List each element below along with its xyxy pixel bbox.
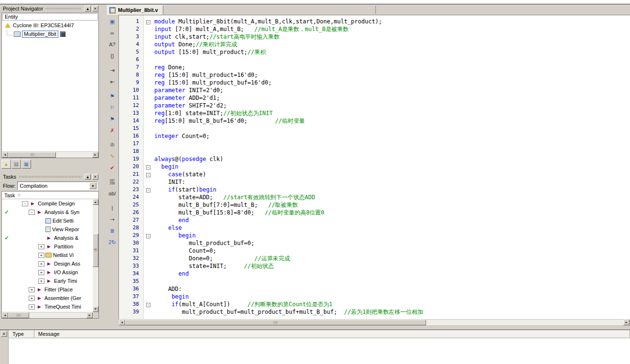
design-row[interactable]: Multiplier_8bit <box>2 30 98 38</box>
hierarchy-tab[interactable]: ▲ <box>1 160 11 169</box>
fold-marker[interactable]: - <box>144 18 154 25</box>
analyze-file-icon[interactable]: ✔ <box>107 162 118 173</box>
expand-icon[interactable]: + <box>29 304 35 310</box>
type-column-header[interactable]: Type <box>9 330 34 338</box>
code-line[interactable]: 19always@(posedge clk) <box>119 155 630 163</box>
task-row[interactable]: +▶Fitter (Place <box>2 285 93 294</box>
collapse-icon[interactable]: - <box>22 201 28 206</box>
entity-column-header[interactable]: Entity <box>2 13 98 21</box>
increase-indent-icon[interactable]: ⇥ <box>107 65 118 75</box>
fold-marker[interactable]: - <box>144 163 154 171</box>
decrease-indent-icon[interactable]: ⇤ <box>107 76 118 87</box>
tab-arrow-icon[interactable]: ⇢ <box>107 214 118 225</box>
code-line[interactable]: 31 Count=0; <box>119 247 630 255</box>
code-line[interactable]: 4output Done;//乘积计算完成 <box>119 41 630 48</box>
scroll-left-button[interactable]: ◄ <box>2 152 8 158</box>
scroll-down-button[interactable]: ▼ <box>93 306 98 312</box>
device-row[interactable]: Cyclone III: EP3C5E144I7 <box>2 21 98 30</box>
chevron-down-icon[interactable]: ▼ <box>89 182 96 189</box>
code-line[interactable]: 8reg [15:0] mult_product=16'd0; <box>119 71 630 79</box>
code-line[interactable]: 33 state=INIT; //初始状态 <box>119 262 630 270</box>
messages-body[interactable] <box>9 338 630 364</box>
close-button[interactable]: × <box>1 331 7 337</box>
new-window-icon[interactable]: ▣ <box>107 16 118 27</box>
scroll-track[interactable] <box>93 205 98 306</box>
code-line[interactable]: 32 Done=0; //运算未完成 <box>119 255 630 262</box>
task-row[interactable]: +▶TimeQuest Timi <box>2 302 93 311</box>
revision-icon[interactable]: 2↻ <box>107 237 118 247</box>
task-row[interactable]: +▶Early Timi <box>2 277 93 285</box>
code-line[interactable]: 24 state=ADD; //start有效跳转到下一个状态ADD <box>119 193 630 201</box>
flow-dropdown[interactable]: Compilation ▼ <box>17 182 97 190</box>
replace-icon[interactable]: A? <box>107 39 118 50</box>
code-line[interactable]: 28 else <box>119 224 630 232</box>
task-row[interactable]: ✓▶Analysis & <box>2 234 93 242</box>
column-select-icon[interactable]: | <box>107 203 118 213</box>
code-line[interactable]: 14reg[15:0] mult_B_buf=16'd0; //临时变量 <box>119 117 630 125</box>
task-row[interactable]: +Netlist Vi <box>2 251 93 259</box>
collapse-icon[interactable]: - <box>29 210 35 215</box>
scroll-right-button[interactable]: ► <box>623 320 630 325</box>
scroll-thumb[interactable] <box>93 234 98 267</box>
scroll-thumb[interactable] <box>125 320 426 325</box>
task-row[interactable]: +▶Design Ass <box>2 259 93 268</box>
collapse-icon[interactable]: - <box>146 234 150 238</box>
task-row[interactable]: +▶Assembler (Ger <box>2 294 93 302</box>
clear-bookmarks-icon[interactable]: ✗ <box>107 125 118 136</box>
code-line[interactable]: 6 <box>119 56 630 64</box>
code-line[interactable]: 15 <box>119 125 630 132</box>
code-line[interactable]: 27 end <box>119 216 630 224</box>
scroll-up-button[interactable]: ▲ <box>93 199 98 205</box>
scroll-track[interactable] <box>56 152 92 158</box>
code-line[interactable]: 13reg[1:0] state=INIT;//初始状态为INIT <box>119 109 630 117</box>
code-line[interactable]: 12parameter SHIFT=2'd2; <box>119 102 630 109</box>
toggle-bookmark-icon[interactable]: ⚑ <box>107 91 118 101</box>
collapse-icon[interactable]: - <box>146 188 150 193</box>
code-line[interactable]: 29- begin <box>119 232 630 239</box>
pin-button[interactable]: ▴ <box>85 6 91 11</box>
message-column-header[interactable]: Message <box>34 330 630 338</box>
code-line[interactable]: 11parameter ADD=2'd1; <box>119 94 630 102</box>
code-editor[interactable]: 1-module Multiplier_8bit(mult_A,mult_B,c… <box>118 15 630 319</box>
collapse-icon[interactable]: - <box>146 20 150 24</box>
code-line[interactable]: 16integer Count=0; <box>119 132 630 140</box>
scroll-right-button[interactable]: ► <box>86 312 93 318</box>
code-line[interactable]: 36 ADD: <box>119 285 630 293</box>
files-tab[interactable]: ▤ <box>11 160 21 169</box>
code-line[interactable]: 34 end <box>119 270 630 278</box>
task-row[interactable]: +▶Partition <box>2 242 93 251</box>
code-line[interactable]: 30 mult_product_buf=0; <box>119 239 630 247</box>
scroll-track[interactable] <box>426 320 623 325</box>
collapse-icon[interactable]: - <box>146 303 150 307</box>
attach-icon[interactable]: ✇ <box>107 139 118 150</box>
code-line[interactable]: 35 <box>119 278 630 285</box>
pin-button[interactable]: ▴ <box>85 174 91 180</box>
code-line[interactable]: 21- case(state) <box>119 171 630 178</box>
task-row[interactable]: +▶I/O Assign <box>2 268 93 277</box>
next-bookmark-icon[interactable]: ⚑ <box>107 114 118 124</box>
code-line[interactable]: 20- begin <box>119 163 630 171</box>
code-line[interactable]: 18 <box>119 148 630 155</box>
code-line[interactable]: 1-module Multiplier_8bit(mult_A,mult_B,c… <box>119 18 630 25</box>
scroll-right-button[interactable]: ► <box>92 152 98 158</box>
previous-bookmark-icon[interactable]: ⚐ <box>107 102 118 113</box>
goto-line-icon[interactable]: 267 268 <box>107 177 118 187</box>
code-line[interactable]: 5output [15:0] mult_product;//乘积 <box>119 48 630 56</box>
scroll-thumb[interactable] <box>8 152 56 158</box>
code-line[interactable]: 26 mult_B_buf[15:8]=8'd0; //临时变量的高8位置0 <box>119 209 630 216</box>
code-line[interactable]: 17 <box>119 140 630 148</box>
code-line[interactable]: 37 begin <box>119 293 630 300</box>
code-line[interactable]: 10parameter INIT=2'd0; <box>119 86 630 94</box>
code-line[interactable]: 3input clk,start;//start高电平时输入乘数 <box>119 33 630 41</box>
design-units-tab[interactable]: ▦ <box>21 160 31 169</box>
tab-multiplier-8bit[interactable]: Multiplier_8bit.v <box>107 5 163 15</box>
code-line[interactable]: 38- if(mult_A[Count]) //判断乘数的第Count位是否为1 <box>119 300 630 308</box>
fold-marker[interactable]: - <box>144 171 154 178</box>
expand-icon[interactable]: + <box>29 296 35 301</box>
task-row[interactable]: View Repor <box>2 225 93 234</box>
task-row[interactable]: Edit Setti <box>2 216 93 225</box>
close-button[interactable]: × <box>92 174 98 180</box>
insert-template-icon[interactable]: {} <box>107 51 118 61</box>
close-button[interactable]: × <box>92 6 98 11</box>
scroll-thumb[interactable] <box>8 312 29 318</box>
